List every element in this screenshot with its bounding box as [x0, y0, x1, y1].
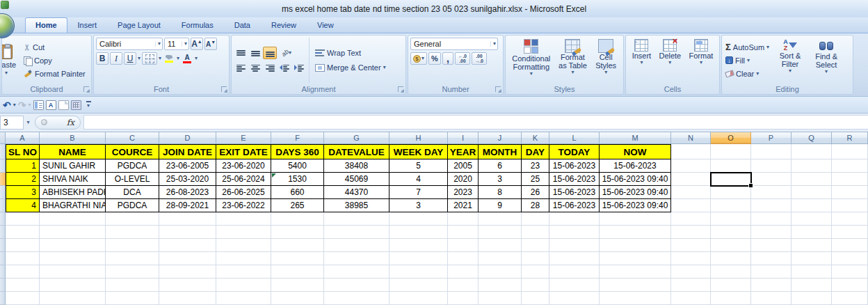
cell-P5[interactable]: [751, 199, 791, 212]
cell-I12[interactable]: [448, 292, 479, 305]
row-header-6[interactable]: [0, 212, 6, 226]
cell-B5[interactable]: BHAGRATHI NIAL: [40, 199, 106, 212]
column-header-N[interactable]: N: [671, 132, 711, 144]
number-format-combobox[interactable]: General▾: [410, 38, 498, 50]
number-dialog-launcher[interactable]: [495, 86, 501, 92]
cell-H7[interactable]: [389, 226, 448, 239]
cell-C9[interactable]: [106, 252, 159, 265]
shrink-font-button[interactable]: A▼: [204, 38, 217, 50]
column-header-O[interactable]: O: [711, 132, 751, 144]
customize-qat-button[interactable]: ▾: [86, 101, 91, 109]
cell-F9[interactable]: [271, 252, 324, 265]
cell-D5[interactable]: 28-09-2021: [159, 199, 216, 212]
alignment-dialog-launcher[interactable]: [398, 86, 403, 92]
cell-H8[interactable]: [389, 239, 448, 252]
cell-L2[interactable]: 15-06-2023: [549, 159, 600, 173]
cell-Q4[interactable]: [791, 186, 832, 199]
column-header-Q[interactable]: Q: [791, 132, 832, 144]
cell-styles-button[interactable]: Cell Styles▾: [590, 38, 621, 83]
column-header-A[interactable]: A: [6, 132, 40, 144]
cell-N12[interactable]: [671, 292, 711, 305]
cell-H4[interactable]: 7: [389, 186, 448, 199]
cell-M9[interactable]: [600, 252, 671, 265]
cell-E12[interactable]: [216, 292, 271, 305]
tab-data[interactable]: Data: [224, 17, 261, 33]
cell-G2[interactable]: 38408: [324, 159, 389, 173]
increase-indent-button[interactable]: [292, 61, 306, 74]
cell-J9[interactable]: [479, 252, 522, 265]
fill-button[interactable]: ↓ Fill▾: [724, 54, 771, 66]
cell-E6[interactable]: [216, 212, 271, 226]
cell-I6[interactable]: [448, 212, 479, 226]
decrease-decimal-button[interactable]: .00→.0: [472, 52, 487, 65]
cell-O8[interactable]: [711, 239, 751, 252]
cell-H9[interactable]: [389, 252, 448, 265]
cell-E10[interactable]: [216, 265, 271, 279]
cell-C3[interactable]: O-LEVEL: [106, 173, 159, 186]
cell-B3[interactable]: SHIVA NAIK: [40, 173, 106, 186]
cell-M11[interactable]: [600, 279, 671, 292]
cell-E9[interactable]: [216, 252, 271, 265]
grow-font-button[interactable]: A▲: [191, 38, 203, 50]
cell-D10[interactable]: [159, 265, 216, 279]
cell-M2[interactable]: 15-06-2023: [600, 159, 671, 173]
cell-P7[interactable]: [751, 226, 791, 239]
cell-R5[interactable]: [832, 199, 868, 212]
cell-Q10[interactable]: [791, 265, 832, 279]
cell-J2[interactable]: 6: [479, 159, 522, 173]
cell-I7[interactable]: [448, 226, 479, 239]
cell-K4[interactable]: 26: [522, 186, 549, 199]
cell-Q2[interactable]: [791, 159, 832, 173]
cell-H11[interactable]: [389, 279, 448, 292]
cell-K6[interactable]: [522, 212, 549, 226]
cell-O2[interactable]: [711, 159, 751, 173]
cell-L5[interactable]: 15-06-2023: [549, 199, 600, 212]
undo-button[interactable]: ↶: [3, 100, 11, 110]
row-header-11[interactable]: [0, 279, 6, 292]
accounting-format-button[interactable]: $▾: [410, 52, 427, 65]
cell-R1[interactable]: [832, 144, 868, 159]
cell-J11[interactable]: [479, 279, 522, 292]
align-top-button[interactable]: [234, 47, 248, 59]
cell-R7[interactable]: [832, 226, 868, 239]
row-header-10[interactable]: [0, 265, 6, 279]
cell-P11[interactable]: [751, 279, 791, 292]
font-color-button[interactable]: A: [181, 52, 193, 65]
cell-G1[interactable]: DATEVALUE: [324, 144, 389, 159]
cell-I5[interactable]: 2021: [448, 199, 479, 212]
cell-L7[interactable]: [549, 226, 600, 239]
cell-D7[interactable]: [159, 226, 216, 239]
cell-P4[interactable]: [751, 186, 791, 199]
cell-B12[interactable]: [40, 292, 106, 305]
cell-M12[interactable]: [600, 292, 671, 305]
cell-L9[interactable]: [549, 252, 600, 265]
cell-Q1[interactable]: [791, 144, 832, 159]
new-document-icon[interactable]: [58, 100, 69, 110]
redo-button[interactable]: ↷: [18, 100, 26, 110]
insert-cells-button[interactable]: Insert▾: [630, 38, 654, 83]
paste-button[interactable]: Paste ▾: [1, 38, 19, 83]
cut-button[interactable]: ✂ Cut: [22, 41, 87, 53]
cell-M7[interactable]: [600, 226, 671, 239]
cell-F8[interactable]: [271, 239, 324, 252]
format-as-table-button[interactable]: Format as Table▾: [555, 38, 591, 83]
cell-E8[interactable]: [216, 239, 271, 252]
select-all-corner[interactable]: [0, 132, 6, 144]
cell-K5[interactable]: 28: [522, 199, 549, 212]
cell-N10[interactable]: [671, 265, 711, 279]
cell-E2[interactable]: 23-06-2020: [216, 159, 271, 173]
cell-A10[interactable]: [6, 265, 40, 279]
decrease-indent-button[interactable]: [278, 61, 291, 74]
cell-G10[interactable]: [324, 265, 389, 279]
cell-A4[interactable]: 3: [6, 186, 40, 199]
conditional-formatting-button[interactable]: Conditional Formatting▾: [508, 38, 555, 83]
cell-A1[interactable]: SL NO: [6, 144, 40, 159]
column-header-L[interactable]: L: [549, 132, 600, 144]
tab-formulas[interactable]: Formulas: [171, 17, 224, 33]
cell-C7[interactable]: [106, 226, 159, 239]
font-color-dropdown[interactable]: ▾: [195, 56, 198, 61]
cell-M4[interactable]: 15-06-2023 09:40: [600, 186, 671, 199]
formula-input[interactable]: [83, 115, 868, 130]
column-header-K[interactable]: K: [522, 132, 549, 144]
cell-Q12[interactable]: [791, 292, 832, 305]
